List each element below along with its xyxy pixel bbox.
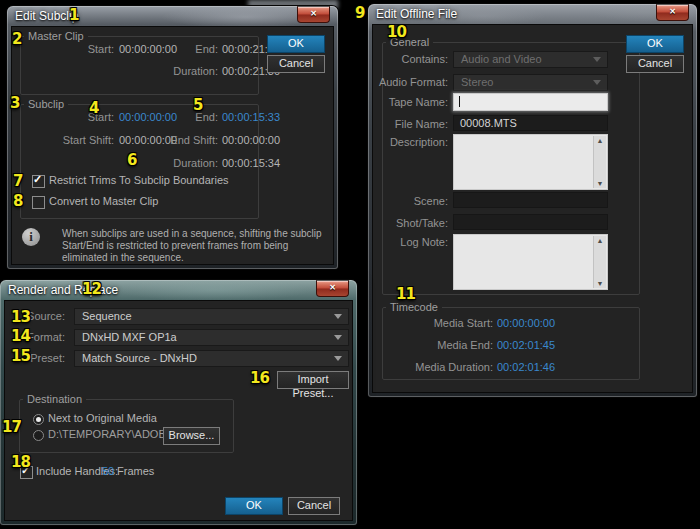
source-dropdown[interactable]: Sequence	[74, 308, 349, 325]
annotation-10: 10	[387, 23, 406, 41]
format-dropdown[interactable]: DNxHD MXF OP1a	[74, 329, 349, 346]
cancel-button[interactable]: Cancel	[288, 497, 340, 515]
edit-offline-titlebar[interactable]: Edit Offline File	[368, 4, 697, 24]
format-value: DNxHD MXF OP1a	[82, 330, 177, 345]
chevron-down-icon	[334, 356, 342, 361]
ok-button[interactable]: OK	[225, 497, 283, 515]
annotation-1: 1	[69, 6, 78, 24]
media-start-value[interactable]: 00:00:00:00	[497, 317, 555, 329]
media-end-label: Media End:	[373, 339, 493, 351]
scroll-up-icon[interactable]: ▲	[594, 237, 606, 244]
annotation-18: 18	[11, 453, 30, 471]
annotation-13: 13	[11, 308, 30, 326]
media-duration-value[interactable]: 00:02:01:46	[497, 361, 555, 373]
annotation-11: 11	[396, 285, 415, 303]
edit-subclip-dialog: Edit Subclip ✕ Master Clip Start: 00:00:…	[7, 6, 338, 269]
contains-label: Contains:	[373, 53, 448, 65]
audio-format-dropdown[interactable]: Stereo	[453, 74, 608, 91]
preset-value: Match Source - DNxHD	[82, 351, 197, 366]
window-title: Render and Replace	[8, 283, 118, 297]
preset-dropdown[interactable]: Match Source - DNxHD	[74, 350, 349, 367]
annotation-6: 6	[127, 151, 136, 169]
cancel-button[interactable]: Cancel	[267, 55, 325, 73]
edit-subclip-titlebar[interactable]: Edit Subclip	[7, 6, 338, 26]
close-icon[interactable]: ✕	[316, 280, 349, 297]
scroll-down-icon[interactable]: ▼	[594, 280, 606, 287]
scrollbar[interactable]: ▲ ▼	[593, 136, 606, 188]
shot-take-label: Shot/Take:	[373, 217, 448, 229]
subclip-duration-value: 00:00:15:34	[222, 157, 280, 169]
annotation-17: 17	[2, 418, 21, 436]
subclip-legend: Subclip	[24, 99, 68, 110]
start-shift-label: Start Shift:	[12, 134, 114, 146]
contains-dropdown[interactable]: Audio and Video	[453, 51, 608, 68]
master-end-label: End:	[162, 43, 218, 55]
scrollbar[interactable]: ▲ ▼	[593, 236, 606, 288]
edit-subclip-body: Master Clip Start: 00:00:00:00 End: 00:0…	[11, 26, 334, 265]
restrict-trims-label: Restrict Trims To Subclip Boundaries	[49, 174, 229, 186]
contains-value: Audio and Video	[461, 52, 542, 67]
annotation-9: 9	[355, 4, 364, 22]
restrict-trims-checkbox[interactable]: ✓	[32, 175, 45, 188]
convert-master-checkbox[interactable]	[32, 196, 45, 209]
end-shift-label: End Shift:	[150, 134, 218, 146]
annotation-15: 15	[11, 347, 30, 365]
tape-name-field[interactable]	[453, 93, 608, 111]
media-end-value[interactable]: 00:02:01:45	[497, 339, 555, 351]
source-value: Sequence	[82, 309, 132, 324]
edit-offline-dialog: Edit Offline File ✕ General Contains: Au…	[368, 4, 697, 397]
shot-take-field[interactable]	[453, 214, 608, 230]
media-duration-label: Media Duration:	[373, 361, 493, 373]
render-replace-body: Source: Sequence Format: DNxHD MXF OP1a …	[4, 300, 353, 521]
subclip-start-label: Start:	[12, 111, 114, 123]
timecode-legend: Timecode	[386, 302, 442, 313]
close-icon[interactable]: ✕	[656, 4, 689, 21]
text-caret	[459, 96, 460, 107]
file-name-field[interactable]: 00008.MTS	[453, 115, 608, 131]
render-replace-dialog: Render and Replace ✕ Source: Sequence Fo…	[0, 280, 357, 525]
chevron-down-icon	[593, 57, 601, 62]
annotation-8: 8	[13, 192, 22, 210]
chevron-down-icon	[334, 335, 342, 340]
next-to-original-label: Next to Original Media	[48, 412, 157, 424]
scene-label: Scene:	[373, 195, 448, 207]
convert-master-label: Convert to Master Clip	[49, 195, 158, 207]
chevron-down-icon	[593, 80, 601, 85]
ok-button[interactable]: OK	[626, 35, 684, 53]
media-start-label: Media Start:	[373, 317, 493, 329]
file-name-label: File Name:	[373, 118, 448, 130]
master-clip-legend: Master Clip	[24, 31, 88, 42]
subclip-end-value[interactable]: 00:00:15:33	[222, 111, 280, 123]
scroll-up-icon[interactable]: ▲	[594, 137, 606, 144]
screen: Edit Subclip ✕ Master Clip Start: 00:00:…	[0, 0, 700, 529]
render-replace-titlebar[interactable]: Render and Replace	[0, 280, 357, 300]
annotation-12: 12	[82, 280, 101, 298]
annotation-5: 5	[193, 96, 202, 114]
log-note-textarea[interactable]: ▲ ▼	[453, 234, 608, 290]
custom-path-radio[interactable]	[33, 430, 44, 441]
annotation-2: 2	[12, 30, 21, 48]
handles-unit: Frames	[117, 465, 154, 477]
destination-legend: Destination	[23, 394, 86, 405]
info-text: When subclips are used in a sequence, sh…	[62, 228, 326, 264]
chevron-down-icon	[334, 314, 342, 319]
browse-button[interactable]: Browse...	[163, 427, 220, 445]
next-to-original-radio[interactable]	[33, 414, 44, 425]
scene-field[interactable]	[453, 192, 608, 208]
handles-value[interactable]: 50	[102, 465, 114, 477]
cancel-button[interactable]: Cancel	[626, 55, 684, 73]
master-clip-group: Master Clip	[20, 31, 259, 95]
description-textarea[interactable]: ▲ ▼	[453, 134, 608, 190]
end-shift-value: 00:00:00:00	[222, 134, 280, 146]
tape-name-label: Tape Name:	[373, 96, 448, 108]
master-duration-label: Duration:	[132, 65, 218, 77]
close-icon[interactable]: ✕	[297, 6, 330, 23]
check-icon: ✓	[33, 173, 42, 186]
master-start-label: Start:	[12, 43, 114, 55]
ok-button[interactable]: OK	[267, 35, 325, 53]
import-preset-button[interactable]: Import Preset...	[277, 371, 349, 389]
edit-offline-body: General Contains: Audio and Video Audio …	[372, 24, 693, 393]
scroll-down-icon[interactable]: ▼	[594, 180, 606, 187]
info-icon: i	[22, 228, 40, 246]
subclip-end-label: End:	[162, 111, 218, 123]
